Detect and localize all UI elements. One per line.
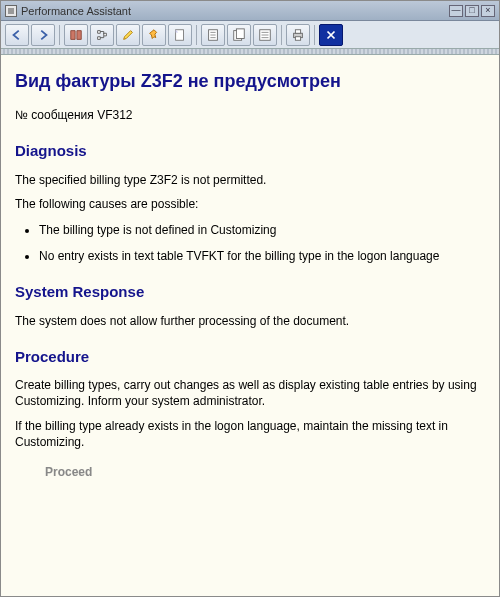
toolbar-separator [196, 25, 197, 45]
arrow-left-icon [10, 28, 24, 42]
documents-button[interactable] [227, 24, 251, 46]
proceed-link[interactable]: Proceed [45, 464, 485, 480]
note-icon [173, 28, 187, 42]
help-content: Вид фактуры Z3F2 не предусмотрен № сообщ… [1, 55, 499, 596]
note-button[interactable] [168, 24, 192, 46]
close-icon [324, 28, 338, 42]
maximize-button[interactable]: □ [465, 5, 479, 17]
system-response-text: The system does not allow further proces… [15, 313, 485, 329]
list-item: The billing type is not defined in Custo… [39, 222, 485, 238]
back-button[interactable] [5, 24, 29, 46]
forward-button[interactable] [31, 24, 55, 46]
pencil-icon [121, 28, 135, 42]
diagnosis-causes-intro: The following causes are possible: [15, 196, 485, 212]
help-book-button[interactable] [64, 24, 88, 46]
documents-icon [232, 28, 246, 42]
svg-rect-7 [295, 36, 300, 40]
pin-icon [147, 28, 161, 42]
tech-info-button[interactable] [90, 24, 114, 46]
document-icon [206, 28, 220, 42]
print-icon [291, 28, 305, 42]
system-response-heading: System Response [15, 282, 485, 302]
titlebar: Performance Assistant — □ × [1, 1, 499, 21]
minimize-button[interactable]: — [449, 5, 463, 17]
diagnosis-causes-list: The billing type is not defined in Custo… [39, 222, 485, 264]
diagnosis-heading: Diagnosis [15, 141, 485, 161]
procedure-heading: Procedure [15, 347, 485, 367]
arrow-right-icon [36, 28, 50, 42]
edit-button[interactable] [116, 24, 140, 46]
list-icon [258, 28, 272, 42]
list-button[interactable] [253, 24, 277, 46]
close-help-button[interactable] [319, 24, 343, 46]
page-title: Вид фактуры Z3F2 не предусмотрен [15, 69, 485, 93]
close-window-button[interactable]: × [481, 5, 495, 17]
svg-rect-3 [236, 28, 244, 38]
window-title: Performance Assistant [21, 5, 131, 17]
print-button[interactable] [286, 24, 310, 46]
document-button[interactable] [201, 24, 225, 46]
customizing-button[interactable] [142, 24, 166, 46]
tree-icon [95, 28, 109, 42]
message-number: № сообщения VF312 [15, 107, 485, 123]
toolbar-separator [314, 25, 315, 45]
diagnosis-text: The specified billing type Z3F2 is not p… [15, 172, 485, 188]
toolbar [1, 21, 499, 49]
list-item: No entry exists in text table TVFKT for … [39, 248, 485, 264]
toolbar-separator [59, 25, 60, 45]
book-icon [69, 28, 83, 42]
toolbar-separator [281, 25, 282, 45]
performance-assistant-window: Performance Assistant — □ × [0, 0, 500, 597]
app-icon [5, 5, 17, 17]
procedure-text: If the billing type already exists in th… [15, 418, 485, 450]
procedure-text: Create billing types, carry out changes … [15, 377, 485, 409]
svg-rect-6 [295, 29, 300, 33]
